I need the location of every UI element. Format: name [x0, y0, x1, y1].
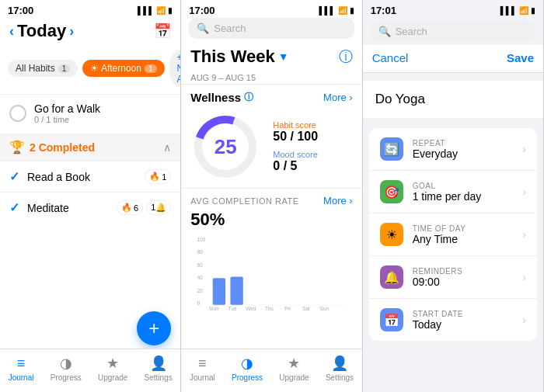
- habit-name-field[interactable]: Do Yoga: [363, 81, 543, 119]
- repeat-setting[interactable]: 🔄 REPEAT Everyday ›: [369, 128, 537, 171]
- new-area-button[interactable]: + New Area: [169, 49, 181, 88]
- signal-icon-3: ▌▌▌: [500, 6, 517, 15]
- goal-setting[interactable]: 🎯 GOAL 1 time per day ›: [369, 171, 537, 213]
- wellness-info-icon[interactable]: ⓘ: [244, 91, 253, 104]
- flame-badge-book: 🔥 1: [145, 169, 171, 184]
- completion-section: AVG COMPLETION RATE More › 50% 100 80 60…: [181, 188, 361, 318]
- mood-score-label: Mood score: [273, 150, 318, 159]
- signal-icon: ▌▌▌: [138, 6, 154, 15]
- reminders-label: REMINDERS: [413, 267, 514, 276]
- week-title: This Week ▼: [190, 47, 288, 67]
- cancel-button[interactable]: Cancel: [372, 51, 409, 64]
- next-day-button[interactable]: ›: [69, 23, 74, 40]
- time-of-day-setting[interactable]: ☀ TIME OF DAY Any Time ›: [369, 213, 537, 256]
- date-range: AUG 9 – AUG 15: [181, 71, 361, 84]
- afternoon-filter[interactable]: ☀ Afternoon 1: [82, 60, 164, 77]
- donut-value: 25: [214, 135, 237, 159]
- completion-bar-chart: 100 80 60 40 20 0 Mon Tue Wed Thu Fri Sa: [190, 234, 352, 312]
- add-habit-button[interactable]: +: [137, 311, 171, 345]
- svg-text:Sun: Sun: [320, 306, 330, 311]
- reminders-value: 09:00: [413, 276, 514, 288]
- search-area-3: 🔍 Search: [363, 18, 543, 45]
- status-bar-2: 17:00 ▌▌▌ 📶 ▮: [181, 0, 361, 18]
- search-icon-2: 🔍: [197, 23, 209, 34]
- goal-icon: 🎯: [380, 180, 403, 203]
- save-button[interactable]: Save: [507, 51, 534, 64]
- flame-badge-meditate: 🔥 6: [117, 200, 143, 215]
- habit-row-book[interactable]: ✓ Read a Book 🔥 1: [0, 161, 180, 192]
- habit-checkbox-walk[interactable]: [9, 105, 26, 122]
- tab-bar-1: ≡ Journal ◑ Progress ★ Upgrade 👤 Setting…: [0, 349, 180, 392]
- status-icons-2: ▌▌▌ 📶 ▮: [319, 6, 354, 15]
- habit-score-item: Habit score 50 / 100: [273, 120, 318, 144]
- tab-upgrade-1[interactable]: ★ Upgrade: [98, 355, 127, 382]
- search-icon-3: 🔍: [378, 26, 391, 37]
- progress-icon-2: ◑: [241, 355, 253, 372]
- trophy-icon: 🏆: [9, 140, 25, 154]
- mood-score-value: 0 / 5: [273, 159, 318, 173]
- repeat-chevron: ›: [522, 143, 526, 155]
- start-date-value: Today: [413, 318, 514, 331]
- time-3: 17:01: [371, 5, 396, 16]
- wellness-section: Wellness ⓘ More › 25 Habit score 50 / 10…: [181, 84, 361, 188]
- tab-settings-2[interactable]: 👤 Settings: [326, 355, 354, 382]
- time-1: 17:00: [8, 5, 33, 16]
- start-date-label: START DATE: [413, 310, 514, 318]
- svg-text:20: 20: [197, 288, 204, 293]
- svg-text:80: 80: [197, 249, 204, 255]
- wifi-icon-3: 📶: [519, 6, 528, 15]
- reminders-icon: 🔔: [380, 265, 403, 289]
- battery-icon-2: ▮: [350, 6, 354, 15]
- start-date-icon: 📅: [380, 308, 403, 331]
- tab-progress-1[interactable]: ◑ Progress: [51, 355, 82, 382]
- prev-day-button[interactable]: ‹: [9, 23, 14, 40]
- calendar-button[interactable]: 📅: [154, 23, 171, 40]
- tab-upgrade-2[interactable]: ★ Upgrade: [279, 355, 309, 382]
- progress-screen: 17:00 ▌▌▌ 📶 ▮ 🔍 Search This Week ▼ ⓘ AUG…: [181, 0, 362, 392]
- tab-bar-2: ≡ Journal ◑ Progress ★ Upgrade 👤 Setting…: [181, 349, 361, 392]
- tab-progress-2[interactable]: ◑ Progress: [232, 355, 263, 382]
- progress-header: This Week ▼ ⓘ: [181, 43, 361, 71]
- tab-journal-1[interactable]: ≡ Journal: [9, 356, 34, 382]
- completed-label: 2 Completed: [30, 141, 95, 154]
- check-icon-book: ✓: [9, 169, 19, 184]
- completed-chevron: ∧: [163, 141, 171, 154]
- notification-badge-meditate: 1🔔: [146, 200, 171, 215]
- svg-text:0: 0: [197, 300, 201, 306]
- habit-score-value: 50 / 100: [273, 130, 318, 144]
- status-icons-3: ▌▌▌ 📶 ▮: [500, 6, 535, 15]
- wellness-more-link[interactable]: More ›: [323, 92, 353, 103]
- info-icon-2[interactable]: ⓘ: [339, 47, 353, 66]
- goal-label: GOAL: [413, 182, 514, 190]
- tab-journal-2[interactable]: ≡ Journal: [190, 356, 215, 382]
- tab-settings-1[interactable]: 👤 Settings: [145, 355, 173, 382]
- wellness-label: Wellness: [190, 91, 241, 104]
- battery-icon: ▮: [168, 6, 173, 15]
- start-date-chevron: ›: [522, 314, 526, 326]
- habit-row-meditate[interactable]: ✓ Meditate 🔥 6 1🔔: [0, 192, 180, 223]
- upgrade-icon-2: ★: [288, 355, 300, 372]
- status-icons-1: ▌▌▌ 📶 ▮: [138, 6, 173, 15]
- completed-section[interactable]: 🏆 2 Completed ∧: [0, 134, 180, 161]
- reminders-setting[interactable]: 🔔 REMINDERS 09:00 ›: [369, 256, 537, 299]
- settings-icon-2: 👤: [331, 355, 348, 372]
- today-title: ‹ Today ›: [9, 21, 74, 41]
- search-bar-2[interactable]: 🔍 Search: [189, 18, 354, 39]
- habit-score-label: Habit score: [273, 120, 318, 130]
- journal-screen: 17:00 ▌▌▌ 📶 ▮ ‹ Today › 📅 All Habits 1 ☀…: [0, 0, 181, 392]
- completion-more-link[interactable]: More ›: [323, 195, 353, 206]
- reminders-chevron: ›: [522, 271, 526, 283]
- wifi-icon-2: 📶: [338, 6, 347, 15]
- all-habits-filter[interactable]: All Habits 1: [8, 60, 78, 77]
- journal-header: ‹ Today › 📅: [0, 18, 180, 46]
- habit-row-walk[interactable]: Go for a Walk 0 / 1 time: [0, 94, 180, 132]
- week-dropdown-icon[interactable]: ▼: [278, 50, 289, 63]
- repeat-label: REPEAT: [413, 139, 514, 147]
- repeat-icon: 🔄: [380, 137, 403, 161]
- goal-value: 1 time per day: [413, 190, 514, 203]
- search-bar-3[interactable]: 🔍 Search: [371, 21, 535, 42]
- battery-icon-3: ▮: [531, 6, 535, 15]
- check-icon-meditate: ✓: [9, 200, 19, 215]
- wellness-donut: 25: [190, 112, 260, 182]
- start-date-setting[interactable]: 📅 START DATE Today ›: [369, 299, 537, 341]
